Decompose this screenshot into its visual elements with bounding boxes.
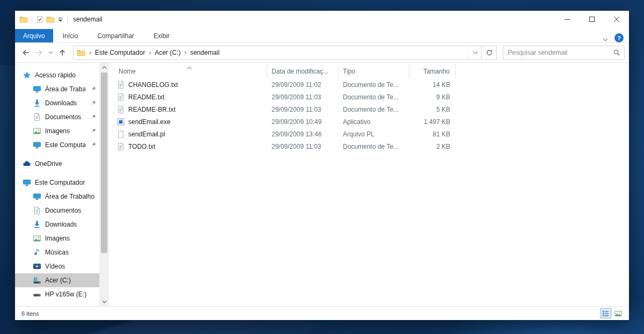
sidebar-item-label: Acesso rápido — [35, 71, 99, 79]
download-icon — [33, 99, 41, 107]
sidebar-item-acesso-rapido[interactable]: Acesso rápido — [15, 68, 99, 82]
help-icon[interactable]: ? — [614, 33, 624, 42]
window-folder-icon — [19, 15, 28, 24]
search-input[interactable] — [503, 46, 609, 59]
pin-icon — [90, 128, 97, 134]
sidebar-item-area-de-trabalho[interactable]: Área de Trabalho — [15, 190, 99, 204]
column-label: Data de modificaç... — [272, 68, 328, 75]
text-file-icon — [116, 81, 125, 89]
recent-locations-icon[interactable] — [48, 51, 53, 55]
status-bar: 6 itens — [15, 306, 629, 320]
sidebar-item-onedrive[interactable]: OneDrive — [15, 157, 99, 171]
properties-icon[interactable] — [36, 16, 43, 23]
breadcrumb: › Este Computador › Acer (C:) › sendemai… — [74, 46, 469, 59]
file-row-readme-br-txt[interactable]: README-BR.txt 29/09/2009 11:03 Documento… — [109, 103, 629, 115]
refresh-icon — [486, 49, 493, 56]
sidebar-item-musicas[interactable]: Músicas — [15, 245, 99, 259]
computer-icon — [33, 141, 41, 149]
sidebar-item-label: Este Computador — [35, 179, 99, 186]
pin-icon — [90, 86, 97, 92]
breadcrumb-item-acer-c[interactable]: Acer (C:) — [155, 49, 180, 56]
breadcrumb-item-este-computador[interactable]: Este Computador — [95, 49, 145, 56]
file-row-sendemail-exe[interactable]: sendEmail.exe 29/09/2009 10:49 Aplicativ… — [109, 115, 629, 128]
pin-icon — [90, 142, 97, 148]
maximize-button[interactable] — [580, 11, 604, 28]
file-name: README.txt — [128, 93, 164, 101]
sidebar-item-downloads[interactable]: Downloads — [15, 217, 99, 231]
details-view-button[interactable] — [601, 308, 611, 318]
scroll-down-icon[interactable] — [99, 297, 109, 306]
video-icon — [33, 262, 41, 271]
sidebar-item-este-computador-qa[interactable]: Este Computador — [15, 138, 99, 152]
scroll-up-icon[interactable] — [99, 63, 109, 72]
application-file-icon — [116, 118, 125, 126]
file-date: 29/09/2009 11:03 — [267, 106, 339, 113]
file-row-sendemail-pl[interactable]: sendEmail.pl 29/09/2009 13:46 Arquivo PL… — [109, 128, 629, 140]
sidebar-item-videos[interactable]: Vídeos — [15, 259, 99, 273]
close-button[interactable] — [604, 11, 629, 28]
minimize-button[interactable] — [555, 11, 580, 28]
sidebar-item-label: Este Computador — [45, 141, 85, 149]
breadcrumb-separator: › — [147, 49, 152, 56]
file-date: 29/09/2009 11:03 — [267, 93, 339, 101]
sidebar-item-documentos-qa[interactable]: Documentos — [15, 110, 99, 124]
file-size: 9 KB — [409, 93, 456, 101]
sidebar-item-label: HP v165w (E:) — [45, 291, 99, 298]
sidebar-item-label: Músicas — [45, 249, 99, 256]
file-row-todo-txt[interactable]: TODO.txt 29/09/2009 11:03 Documento de T… — [109, 140, 629, 153]
text-file-icon — [116, 105, 125, 114]
customize-qat-icon[interactable] — [57, 17, 63, 22]
sidebar-item-acer-c[interactable]: Acer (C:) — [15, 273, 99, 287]
file-size: 5 KB — [409, 106, 456, 113]
divider — [32, 16, 32, 23]
thumbnail-view-button[interactable] — [613, 308, 624, 318]
file-size: 81 KB — [409, 130, 456, 138]
window-controls — [555, 11, 629, 28]
column-header-tamanho[interactable]: Tamanho — [409, 64, 456, 78]
sidebar-item-imagens-qa[interactable]: Imagens — [15, 124, 99, 138]
window-title: sendemail — [73, 16, 103, 23]
sidebar-item-label: Área de Trabalho — [45, 85, 85, 93]
breadcrumb-separator: › — [87, 49, 93, 56]
desktop-icon — [33, 192, 41, 201]
tab-arquivo[interactable]: Arquivo — [15, 29, 53, 42]
file-date: 29/09/2009 10:49 — [267, 118, 339, 126]
tab-compartilhar[interactable]: Compartilhar — [87, 30, 144, 42]
sidebar-item-downloads-qa[interactable]: Downloads — [15, 96, 99, 110]
sidebar-item-label: Vídeos — [45, 263, 99, 270]
file-type: Documento de Te... — [339, 143, 409, 150]
address-dropdown-icon[interactable] — [469, 46, 481, 59]
file-type: Documento de Te... — [339, 106, 409, 113]
refresh-button[interactable] — [481, 46, 496, 59]
sidebar-item-label: Documentos — [45, 113, 85, 121]
sidebar-item-imagens[interactable]: Imagens — [15, 231, 99, 245]
file-type: Aplicativo — [339, 118, 409, 126]
sidebar-item-este-computador[interactable]: Este Computador — [15, 176, 99, 190]
sidebar-item-area-de-trabalho-qa[interactable]: Área de Trabalho — [15, 82, 99, 96]
tab-inicio[interactable]: Início — [53, 30, 88, 42]
forward-icon[interactable] — [35, 48, 43, 57]
download-icon — [33, 220, 41, 229]
navigation-buttons — [21, 48, 67, 57]
scrollbar-thumb[interactable] — [101, 72, 107, 253]
column-header-data[interactable]: Data de modificaç... — [267, 64, 339, 78]
back-icon[interactable] — [21, 48, 30, 57]
address-bar[interactable]: › Este Computador › Acer (C:) › sendemai… — [73, 46, 497, 60]
collapse-ribbon-icon[interactable] — [603, 36, 608, 40]
sidebar-scrollbar[interactable] — [99, 63, 109, 306]
search-icon[interactable] — [609, 49, 624, 56]
sidebar-item-documentos[interactable]: Documentos — [15, 204, 99, 217]
up-icon[interactable] — [58, 48, 67, 57]
main-area: Acesso rápido Área de Trabalho Downloads — [15, 63, 629, 306]
sort-ascending-icon — [187, 63, 192, 66]
sidebar-item-hp-v165w-e[interactable]: HP v165w (E:) — [15, 287, 99, 301]
tab-exibir[interactable]: Exibir — [144, 30, 179, 42]
file-row-readme-txt[interactable]: README.txt 29/09/2009 11:03 Documento de… — [109, 91, 629, 103]
column-header-nome[interactable]: Nome — [109, 64, 267, 78]
column-header-tipo[interactable]: Tipo — [339, 64, 409, 78]
column-headers: Nome Data de modificaç... Tipo Tamanho — [109, 64, 629, 78]
file-row-changelog-txt[interactable]: CHANGELOG.txt 29/09/2009 11:02 Documento… — [109, 78, 629, 91]
new-folder-icon[interactable] — [46, 15, 55, 24]
sidebar-item-label: Documentos — [45, 207, 99, 214]
breadcrumb-item-sendemail[interactable]: sendemail — [190, 49, 219, 56]
